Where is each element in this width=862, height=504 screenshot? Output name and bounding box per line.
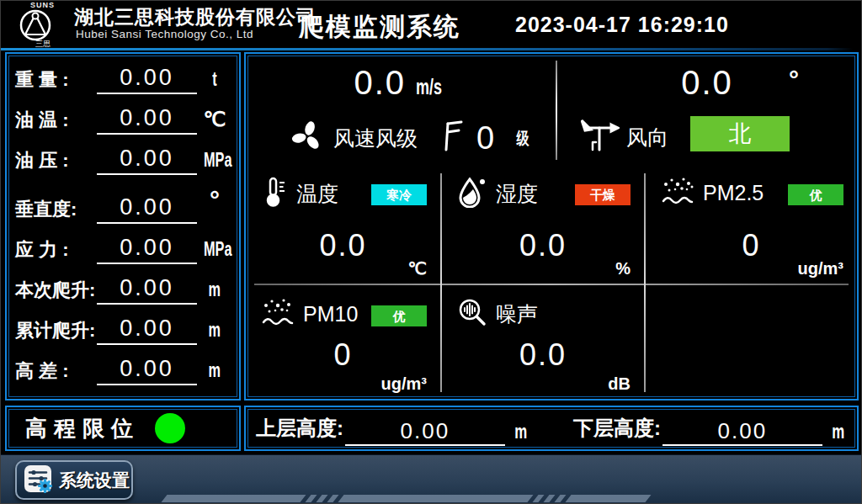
wind-level-unit: 级 [517, 127, 529, 150]
pm25-dust-icon [661, 176, 694, 210]
row-height-diff: 高 差 : 0.00 m [15, 358, 232, 386]
oil-temp-value: 0.00 [97, 107, 197, 135]
thermometer-icon [261, 176, 288, 211]
oil-pressure-value: 0.00 [97, 147, 197, 175]
current-climb-label: 本次爬升: [15, 281, 97, 305]
humidity-unit: % [615, 259, 631, 279]
row-oil-temp: 油 温 : 0.00 ℃ [15, 107, 232, 135]
header-divider [0, 48, 853, 50]
oil-pressure-label: 油 压 : [15, 151, 97, 176]
pm10-unit: ug/m³ [381, 374, 427, 394]
lower-height-unit: m [832, 420, 844, 443]
wind-direction-badge: 北 [690, 116, 790, 151]
height-diff-unit: m [209, 360, 221, 380]
noise-meter-icon [457, 297, 487, 331]
elevation-limit-label: 高程限位 [25, 414, 140, 443]
company-name-en: Hubei Sansi Technology Co., Ltd [76, 28, 253, 40]
pm25-unit: ug/m³ [798, 259, 843, 279]
wind-level-value: 0 [476, 120, 494, 157]
noise-label: 噪声 [496, 300, 538, 328]
oil-temp-label: 油 温 : [15, 111, 97, 135]
heights-panel: 上层高度: 0.00 m 下层高度: 0.00 m [244, 406, 859, 451]
pm10-value: 0 [246, 337, 440, 373]
pm25-value: 0 [646, 228, 857, 263]
elevation-limit-status-light [155, 413, 185, 443]
weight-unit: t [212, 69, 216, 89]
humidity-drop-icon [457, 176, 487, 211]
verticality-unit: ° [197, 188, 232, 225]
total-climb-label: 累计爬升: [15, 321, 97, 346]
verticality-value: 0.00 [97, 196, 197, 224]
row-verticality: 垂直度: 0.00 ° [15, 188, 232, 225]
pm25-label: PM2.5 [703, 181, 764, 205]
fan-icon [290, 119, 325, 157]
wind-speed-display: 0.0 m/s [246, 64, 556, 102]
settings-button-label: 系统设置 [59, 469, 130, 492]
wind-speed-value: 0.0 [354, 64, 406, 101]
height-diff-value: 0.00 [97, 358, 197, 385]
stress-value: 0.00 [97, 236, 197, 264]
wind-direction-label: 风向 [626, 124, 668, 151]
current-climb-unit: m [209, 279, 221, 300]
pm10-dust-icon [261, 297, 295, 331]
oil-pressure-unit: MPa [204, 150, 232, 170]
noise-unit: dB [608, 374, 631, 394]
wind-level-row: 风速风级 0 级 [290, 118, 531, 158]
humidity-value: 0.0 [442, 228, 644, 263]
stress-label: 应 力 : [15, 241, 97, 265]
upper-height-unit: m [514, 420, 527, 443]
datetime-display: 2023-04-17 16:29:10 [515, 13, 729, 37]
pm10-cell: PM10 优 0 ug/m³ [246, 285, 440, 399]
wind-vane-icon [581, 118, 620, 157]
header: SUNS 三思 湖北三思科技股份有限公司 Hubei Sansi Technol… [0, 0, 862, 48]
row-weight: 重 量 : 0.00 t [15, 66, 232, 95]
noise-value: 0.0 [442, 337, 644, 373]
wind-direction-value: 0.0 [681, 64, 733, 101]
temperature-label: 温度 [296, 180, 338, 208]
humidity-status-badge: 干燥 [575, 184, 631, 205]
settings-sliders-gear-icon [24, 464, 52, 496]
pm25-cell: PM2.5 优 0 ug/m³ [646, 164, 857, 284]
temperature-cell: 温度 寒冷 0.0 ℃ [246, 164, 440, 284]
temperature-status-badge: 寒冷 [371, 184, 427, 205]
wind-direction-row: 风向 [581, 118, 668, 157]
row-stress: 应 力 : 0.00 MPa [15, 236, 232, 265]
page-title: 爬模监测系统 [299, 10, 460, 45]
wind-level-icon [441, 118, 463, 158]
wind-speed-level-label: 风速风级 [333, 125, 418, 152]
current-climb-value: 0.00 [97, 277, 197, 305]
stress-unit: MPa [204, 239, 232, 259]
wind-direction-unit: ° [789, 66, 799, 94]
measurements-panel: 重 量 : 0.00 t 油 温 : 0.00 ℃ 油 压 : 0.00 MPa… [5, 52, 241, 401]
humidity-cell: 湿度 干燥 0.0 % [442, 164, 644, 284]
lower-height-value: 0.00 [662, 420, 822, 446]
upper-height-value: 0.00 [345, 420, 505, 446]
wind-direction-display: 0.0 [557, 64, 857, 102]
total-climb-unit: m [209, 320, 221, 340]
oil-temp-unit: ℃ [197, 109, 232, 135]
row-current-climb: 本次爬升: 0.00 m [15, 277, 232, 305]
company-name-cn: 湖北三思科技股份有限公司 [74, 4, 317, 30]
system-settings-button[interactable]: 系统设置 [15, 460, 133, 500]
humidity-label: 湿度 [496, 180, 538, 208]
height-diff-label: 高 差 : [15, 362, 97, 386]
taskbar: 系统设置 [0, 454, 862, 504]
environment-panel: 0.0 m/s 风速风级 0 级 0.0 [244, 52, 859, 401]
row-oil-pressure: 油 压 : 0.00 MPa [15, 147, 232, 176]
elevation-limit-panel: 高程限位 [5, 406, 241, 451]
noise-cell: 噪声 0.0 dB [442, 285, 644, 399]
pm10-status-badge: 优 [371, 305, 427, 326]
wind-speed-unit: m/s [417, 75, 443, 99]
upper-height-label: 上层高度: [256, 415, 343, 442]
taskbar-decoration [161, 495, 651, 502]
weight-label: 重 量 : [15, 71, 97, 95]
weight-value: 0.00 [97, 66, 197, 94]
temperature-unit: ℃ [408, 258, 427, 279]
verticality-label: 垂直度: [15, 200, 97, 225]
pm25-status-badge: 优 [788, 184, 843, 205]
total-climb-value: 0.00 [97, 317, 197, 345]
pm10-label: PM10 [303, 302, 358, 326]
row-total-climb: 累计爬升: 0.00 m [15, 317, 232, 346]
lower-height-label: 下层高度: [573, 415, 661, 442]
